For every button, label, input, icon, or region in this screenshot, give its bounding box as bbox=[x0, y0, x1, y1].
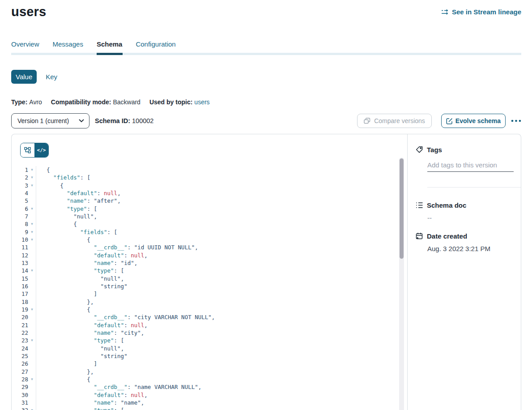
tree-view-icon bbox=[24, 147, 31, 154]
code-line: 11 "__crdb__": "id UUID NOT NULL", bbox=[12, 243, 407, 251]
type-label: Type: bbox=[11, 98, 27, 106]
code-line: 10▾ { bbox=[12, 236, 407, 243]
line-number: 12 bbox=[21, 252, 28, 259]
topic-label: Used by topic: bbox=[149, 98, 192, 106]
code-line: 6▾ "type": [ bbox=[12, 205, 407, 213]
line-number: 5 bbox=[25, 197, 28, 205]
line-number: 3 bbox=[25, 182, 28, 189]
schema-doc-value: -- bbox=[427, 214, 514, 222]
edit-icon bbox=[446, 118, 453, 124]
collapse-toggle-icon[interactable]: ▾ bbox=[28, 236, 36, 243]
line-number: 15 bbox=[21, 275, 28, 282]
code-text: "name": "id", bbox=[36, 259, 137, 267]
tab-configuration[interactable]: Configuration bbox=[136, 40, 175, 53]
collapse-toggle-icon[interactable]: ▾ bbox=[28, 174, 36, 181]
add-tags-input[interactable] bbox=[427, 161, 514, 172]
code-line: 4 "default": null, bbox=[12, 189, 407, 197]
editor-scrollbar-thumb[interactable] bbox=[400, 158, 404, 259]
line-number: 16 bbox=[21, 282, 28, 290]
tree-view-button[interactable] bbox=[21, 143, 34, 157]
topic-link[interactable]: users bbox=[194, 98, 209, 106]
code-text: "default": null, bbox=[36, 189, 121, 197]
collapse-toggle-icon[interactable]: ▾ bbox=[28, 267, 36, 274]
code-text: "default": null, bbox=[36, 321, 148, 329]
line-number: 29 bbox=[21, 383, 28, 391]
tab-bar: Overview Messages Schema Configuration bbox=[11, 40, 521, 55]
code-text: { bbox=[36, 166, 50, 174]
code-line: 24 "null", bbox=[12, 345, 407, 352]
line-number: 1 bbox=[25, 166, 28, 174]
code-line: 5 "name": "after", bbox=[12, 197, 407, 205]
schema-meta-row: Type:Avro Compatibility mode:Backward Us… bbox=[11, 98, 521, 106]
compare-versions-button[interactable]: Compare versions bbox=[357, 114, 432, 128]
line-number: 6 bbox=[25, 205, 28, 213]
collapse-toggle-icon[interactable]: ▾ bbox=[28, 376, 36, 383]
stream-lineage-link[interactable]: See in Stream lineage bbox=[441, 8, 521, 16]
collapse-toggle-icon[interactable]: ▾ bbox=[28, 166, 36, 174]
code-text: "type": [ bbox=[36, 267, 124, 274]
tags-input-wrap bbox=[427, 161, 514, 172]
version-select[interactable]: Version 1 (current) bbox=[11, 113, 89, 128]
code-text: "fields": [ bbox=[36, 174, 90, 181]
line-number: 27 bbox=[21, 368, 28, 376]
tab-overview[interactable]: Overview bbox=[11, 40, 39, 53]
value-key-toggle: Value Key bbox=[11, 70, 521, 84]
schema-id: Schema ID: 100002 bbox=[95, 117, 153, 124]
tags-section-header: Tags bbox=[416, 146, 514, 154]
code-pane: </> 1▾ {2▾ "fields": [3▾ {4 "default": n… bbox=[12, 134, 408, 410]
code-text: }, bbox=[36, 298, 94, 306]
code-text: "string" bbox=[36, 352, 128, 360]
tab-schema[interactable]: Schema bbox=[97, 40, 123, 53]
collapse-toggle-icon[interactable]: ▾ bbox=[28, 337, 36, 344]
line-number: 32 bbox=[21, 406, 28, 410]
code-line: 1▾ { bbox=[12, 166, 407, 174]
code-view-icon: </> bbox=[37, 147, 46, 153]
page-header: users See in Stream lineage bbox=[11, 4, 521, 19]
code-view-button[interactable]: </> bbox=[34, 143, 48, 157]
details-sidebar: Tags Schema doc -- Date created Aug. 3 2… bbox=[408, 134, 521, 410]
code-editor[interactable]: 1▾ {2▾ "fields": [3▾ {4 "default": null,… bbox=[12, 166, 407, 410]
code-text: ] bbox=[36, 290, 97, 298]
collapse-toggle-icon[interactable]: ▾ bbox=[28, 220, 36, 228]
line-number: 25 bbox=[21, 352, 28, 360]
collapse-toggle-icon[interactable]: ▾ bbox=[28, 406, 36, 410]
collapse-toggle-icon[interactable]: ▾ bbox=[28, 182, 36, 189]
code-text: "null", bbox=[36, 213, 97, 220]
key-toggle-button[interactable]: Key bbox=[46, 70, 57, 84]
code-text: "name": "after", bbox=[36, 197, 121, 205]
code-line: 16 "string" bbox=[12, 282, 407, 290]
line-number: 7 bbox=[25, 213, 28, 220]
code-text: "name": "city", bbox=[36, 329, 144, 337]
more-actions-button[interactable] bbox=[511, 120, 521, 122]
code-text: "type": [ bbox=[36, 337, 124, 344]
code-text: "__crdb__": "city VARCHAR NOT NULL", bbox=[36, 313, 215, 321]
stream-lineage-icon bbox=[441, 9, 449, 16]
view-mode-toggle: </> bbox=[20, 143, 49, 158]
line-number: 11 bbox=[21, 243, 28, 251]
code-text: "type": [ bbox=[36, 406, 124, 410]
tab-messages[interactable]: Messages bbox=[53, 40, 83, 53]
line-number: 10 bbox=[21, 236, 28, 243]
collapse-toggle-icon[interactable]: ▾ bbox=[28, 228, 36, 236]
schema-panel: </> 1▾ {2▾ "fields": [3▾ {4 "default": n… bbox=[11, 134, 521, 410]
line-number: 14 bbox=[21, 267, 28, 274]
collapse-toggle-icon[interactable]: ▾ bbox=[28, 306, 36, 313]
line-number: 22 bbox=[21, 329, 28, 337]
version-toolbar: Version 1 (current) Schema ID: 100002 Co… bbox=[11, 113, 521, 128]
collapse-toggle-icon[interactable]: ▾ bbox=[28, 205, 36, 213]
code-line: 2▾ "fields": [ bbox=[12, 174, 407, 181]
code-text: "null", bbox=[36, 275, 124, 282]
code-line: 7 "null", bbox=[12, 213, 407, 220]
page: users See in Stream lineage Overview Mes… bbox=[0, 0, 532, 410]
code-text: "__crdb__": "name VARCHAR NULL", bbox=[36, 383, 201, 391]
code-line: 9▾ "fields": [ bbox=[12, 228, 407, 236]
evolve-schema-button[interactable]: Evolve schema bbox=[441, 114, 506, 128]
value-toggle-button[interactable]: Value bbox=[11, 70, 37, 84]
code-text: { bbox=[36, 220, 77, 228]
compare-versions-icon bbox=[364, 118, 370, 124]
line-number: 30 bbox=[21, 391, 28, 399]
tag-icon bbox=[416, 146, 423, 154]
editor-scrollbar[interactable] bbox=[399, 158, 404, 410]
code-line: 14▾ "type": [ bbox=[12, 267, 407, 274]
line-number: 8 bbox=[25, 220, 28, 228]
